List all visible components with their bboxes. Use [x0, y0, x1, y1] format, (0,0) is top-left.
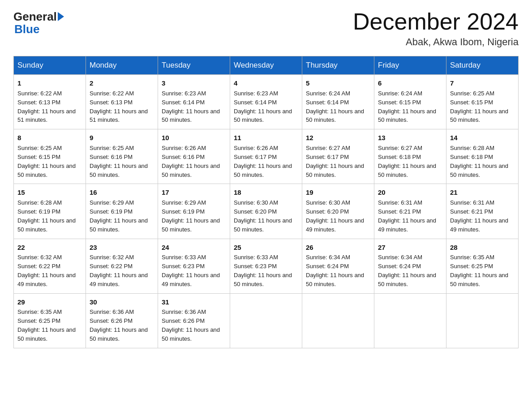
- calendar-cell: 22Sunrise: 6:32 AMSunset: 6:22 PMDayligh…: [14, 239, 86, 293]
- calendar-week-row: 15Sunrise: 6:28 AMSunset: 6:19 PMDayligh…: [14, 184, 519, 239]
- calendar-cell: 20Sunrise: 6:31 AMSunset: 6:21 PMDayligh…: [374, 184, 446, 239]
- calendar-cell: 16Sunrise: 6:29 AMSunset: 6:19 PMDayligh…: [86, 184, 158, 239]
- calendar-cell: 9Sunrise: 6:25 AMSunset: 6:16 PMDaylight…: [86, 129, 158, 184]
- calendar-cell: 2Sunrise: 6:22 AMSunset: 6:13 PMDaylight…: [86, 75, 158, 129]
- logo: General Blue: [13, 9, 64, 36]
- calendar-week-row: 22Sunrise: 6:32 AMSunset: 6:22 PMDayligh…: [14, 239, 519, 293]
- day-info: Sunrise: 6:26 AMSunset: 6:16 PMDaylight:…: [162, 145, 220, 178]
- day-number: 15: [17, 188, 82, 197]
- day-info: Sunrise: 6:31 AMSunset: 6:21 PMDaylight:…: [450, 199, 508, 233]
- weekday-header-sunday: Sunday: [14, 56, 86, 75]
- calendar-table: SundayMondayTuesdayWednesdayThursdayFrid…: [13, 56, 519, 348]
- day-info: Sunrise: 6:29 AMSunset: 6:19 PMDaylight:…: [90, 199, 148, 233]
- day-number: 6: [378, 78, 442, 88]
- calendar-cell: 28Sunrise: 6:35 AMSunset: 6:25 PMDayligh…: [446, 239, 519, 293]
- day-info: Sunrise: 6:25 AMSunset: 6:15 PMDaylight:…: [450, 90, 508, 124]
- weekday-header-friday: Friday: [374, 56, 446, 75]
- day-number: 17: [162, 188, 226, 197]
- calendar-cell: 1Sunrise: 6:22 AMSunset: 6:13 PMDaylight…: [14, 75, 86, 129]
- day-info: Sunrise: 6:35 AMSunset: 6:25 PMDaylight:…: [17, 308, 76, 342]
- day-number: 21: [450, 188, 515, 197]
- day-info: Sunrise: 6:23 AMSunset: 6:14 PMDaylight:…: [234, 90, 292, 124]
- day-info: Sunrise: 6:30 AMSunset: 6:20 PMDaylight:…: [234, 199, 292, 233]
- day-number: 26: [306, 243, 370, 253]
- calendar-cell: 5Sunrise: 6:24 AMSunset: 6:14 PMDaylight…: [302, 75, 374, 129]
- day-number: 30: [90, 297, 154, 307]
- calendar-cell: 3Sunrise: 6:23 AMSunset: 6:14 PMDaylight…: [158, 75, 230, 129]
- calendar-cell: 6Sunrise: 6:24 AMSunset: 6:15 PMDaylight…: [374, 75, 446, 129]
- day-number: 13: [378, 133, 442, 143]
- day-number: 14: [450, 133, 515, 143]
- calendar-week-row: 29Sunrise: 6:35 AMSunset: 6:25 PMDayligh…: [14, 293, 519, 348]
- day-info: Sunrise: 6:24 AMSunset: 6:15 PMDaylight:…: [378, 90, 436, 124]
- day-info: Sunrise: 6:25 AMSunset: 6:16 PMDaylight:…: [90, 145, 148, 178]
- day-info: Sunrise: 6:29 AMSunset: 6:19 PMDaylight:…: [162, 199, 220, 233]
- calendar-cell: 18Sunrise: 6:30 AMSunset: 6:20 PMDayligh…: [230, 184, 302, 239]
- day-info: Sunrise: 6:25 AMSunset: 6:15 PMDaylight:…: [17, 145, 76, 178]
- day-number: 9: [90, 133, 154, 143]
- day-number: 1: [17, 78, 82, 88]
- month-title: December 2024: [353, 9, 519, 34]
- weekday-header-row: SundayMondayTuesdayWednesdayThursdayFrid…: [14, 56, 519, 75]
- day-number: 27: [378, 243, 442, 253]
- calendar-cell: 24Sunrise: 6:33 AMSunset: 6:23 PMDayligh…: [158, 239, 230, 293]
- day-number: 24: [162, 243, 226, 253]
- page-header: General Blue December 2024 Abak, Akwa Ib…: [13, 9, 519, 48]
- calendar-cell: 19Sunrise: 6:30 AMSunset: 6:20 PMDayligh…: [302, 184, 374, 239]
- calendar-cell: 31Sunrise: 6:36 AMSunset: 6:26 PMDayligh…: [158, 293, 230, 348]
- day-number: 7: [450, 78, 515, 88]
- day-number: 25: [234, 243, 298, 253]
- calendar-cell: 10Sunrise: 6:26 AMSunset: 6:16 PMDayligh…: [158, 129, 230, 184]
- weekday-header-thursday: Thursday: [302, 56, 374, 75]
- calendar-cell: 4Sunrise: 6:23 AMSunset: 6:14 PMDaylight…: [230, 75, 302, 129]
- calendar-cell: 29Sunrise: 6:35 AMSunset: 6:25 PMDayligh…: [14, 293, 86, 348]
- day-number: 11: [234, 133, 298, 143]
- day-number: 12: [306, 133, 370, 143]
- day-info: Sunrise: 6:36 AMSunset: 6:26 PMDaylight:…: [162, 308, 220, 342]
- calendar-week-row: 1Sunrise: 6:22 AMSunset: 6:13 PMDaylight…: [14, 75, 519, 129]
- day-info: Sunrise: 6:28 AMSunset: 6:19 PMDaylight:…: [17, 199, 76, 233]
- day-info: Sunrise: 6:34 AMSunset: 6:24 PMDaylight:…: [378, 254, 436, 287]
- logo-text: General: [13, 11, 64, 22]
- calendar-cell: [230, 293, 302, 348]
- location-subtitle: Abak, Akwa Ibom, Nigeria: [353, 36, 519, 48]
- day-number: 31: [162, 297, 226, 307]
- weekday-header-wednesday: Wednesday: [230, 56, 302, 75]
- logo-general: General: [13, 11, 57, 22]
- day-number: 18: [234, 188, 298, 197]
- calendar-cell: 13Sunrise: 6:27 AMSunset: 6:18 PMDayligh…: [374, 129, 446, 184]
- logo-arrow-icon: [58, 12, 64, 21]
- day-info: Sunrise: 6:24 AMSunset: 6:14 PMDaylight:…: [306, 90, 364, 124]
- calendar-cell: 12Sunrise: 6:27 AMSunset: 6:17 PMDayligh…: [302, 129, 374, 184]
- day-info: Sunrise: 6:22 AMSunset: 6:13 PMDaylight:…: [17, 90, 76, 124]
- weekday-header-tuesday: Tuesday: [158, 56, 230, 75]
- calendar-cell: 21Sunrise: 6:31 AMSunset: 6:21 PMDayligh…: [446, 184, 519, 239]
- weekday-header-monday: Monday: [86, 56, 158, 75]
- day-info: Sunrise: 6:31 AMSunset: 6:21 PMDaylight:…: [378, 199, 436, 233]
- calendar-cell: 27Sunrise: 6:34 AMSunset: 6:24 PMDayligh…: [374, 239, 446, 293]
- day-info: Sunrise: 6:23 AMSunset: 6:14 PMDaylight:…: [162, 90, 220, 124]
- calendar-cell: 26Sunrise: 6:34 AMSunset: 6:24 PMDayligh…: [302, 239, 374, 293]
- calendar-cell: 30Sunrise: 6:36 AMSunset: 6:26 PMDayligh…: [86, 293, 158, 348]
- day-info: Sunrise: 6:35 AMSunset: 6:25 PMDaylight:…: [450, 254, 508, 287]
- day-info: Sunrise: 6:33 AMSunset: 6:23 PMDaylight:…: [234, 254, 292, 287]
- calendar-cell: [446, 293, 519, 348]
- logo-blue: Blue: [14, 22, 39, 36]
- day-number: 8: [17, 133, 82, 143]
- calendar-cell: 25Sunrise: 6:33 AMSunset: 6:23 PMDayligh…: [230, 239, 302, 293]
- day-number: 23: [90, 243, 154, 253]
- day-info: Sunrise: 6:27 AMSunset: 6:18 PMDaylight:…: [378, 145, 436, 178]
- day-info: Sunrise: 6:36 AMSunset: 6:26 PMDaylight:…: [90, 308, 148, 342]
- calendar-week-row: 8Sunrise: 6:25 AMSunset: 6:15 PMDaylight…: [14, 129, 519, 184]
- calendar-cell: 11Sunrise: 6:26 AMSunset: 6:17 PMDayligh…: [230, 129, 302, 184]
- title-section: December 2024 Abak, Akwa Ibom, Nigeria: [353, 9, 519, 48]
- day-number: 19: [306, 188, 370, 197]
- calendar-cell: 17Sunrise: 6:29 AMSunset: 6:19 PMDayligh…: [158, 184, 230, 239]
- calendar-cell: [302, 293, 374, 348]
- day-number: 10: [162, 133, 226, 143]
- day-info: Sunrise: 6:34 AMSunset: 6:24 PMDaylight:…: [306, 254, 364, 287]
- day-info: Sunrise: 6:30 AMSunset: 6:20 PMDaylight:…: [306, 199, 364, 233]
- calendar-cell: 7Sunrise: 6:25 AMSunset: 6:15 PMDaylight…: [446, 75, 519, 129]
- logo-blue-text: Blue: [13, 22, 39, 36]
- day-number: 5: [306, 78, 370, 88]
